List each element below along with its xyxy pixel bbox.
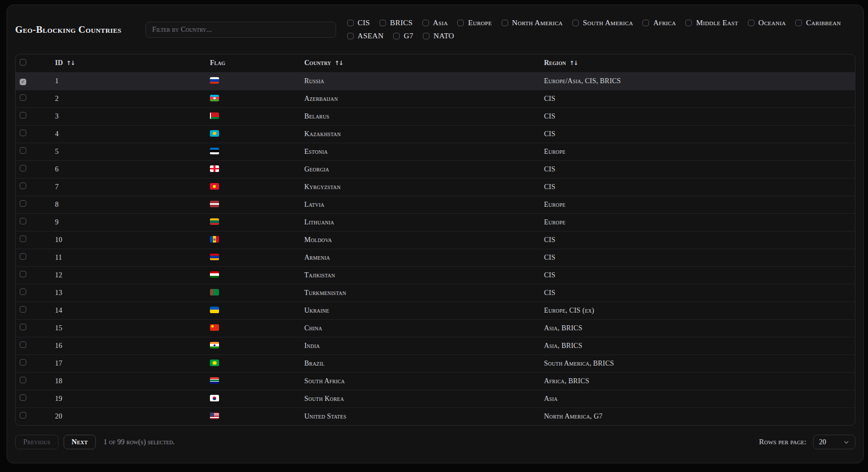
cell-country: Belarus [296, 107, 536, 125]
cell-id: 19 [47, 390, 202, 407]
select-all-checkbox[interactable] [20, 59, 26, 66]
table-header-row: ID ↑↓ Flag Country ↑↓ [16, 54, 855, 72]
row-checkbox[interactable] [20, 165, 26, 171]
checkbox-icon [685, 20, 692, 26]
table-row[interactable]: 13 Turkmenistan CIS [16, 284, 855, 302]
row-checkbox[interactable] [20, 183, 26, 189]
row-checkbox[interactable] [20, 235, 26, 242]
table-row[interactable]: 18 South Africa Africa, BRICS [16, 372, 855, 390]
filter-checkbox-g7[interactable]: G7 [393, 32, 413, 40]
filter-checkbox-asia[interactable]: Asia [422, 19, 448, 27]
cell-id: 16 [47, 337, 202, 355]
table-row[interactable]: 15 China Asia, BRICS [16, 319, 855, 337]
flag-icon-south-africa [210, 377, 219, 384]
table-row[interactable]: 11 Armenia CIS [16, 249, 855, 266]
table-row[interactable]: 2 Azerbaijan CIS [16, 90, 855, 107]
cell-id: 3 [47, 107, 202, 125]
cell-region: North America, G7 [536, 407, 855, 425]
checkbox-icon [347, 20, 354, 26]
filter-checkbox-africa[interactable]: Africa [642, 19, 676, 27]
cell-id: 8 [47, 196, 202, 213]
flag-icon-china [210, 324, 219, 331]
table-row[interactable]: 9 Lithuania Europe [16, 213, 855, 231]
cell-region: CIS [536, 231, 855, 249]
table-row[interactable]: 16 India Asia, BRICS [16, 337, 855, 355]
row-checkbox[interactable] [20, 306, 26, 313]
cell-region: Africa, BRICS [536, 372, 855, 390]
row-checkbox[interactable] [20, 147, 26, 154]
flag-icon-lithuania [210, 218, 219, 225]
table-row[interactable]: 6 Georgia CIS [16, 160, 855, 178]
row-checkbox[interactable] [20, 218, 26, 224]
cell-id: 9 [47, 213, 202, 231]
next-page-button[interactable]: Next [64, 435, 96, 449]
filter-checkbox-oceania[interactable]: Oceania [748, 19, 786, 27]
cell-country: Armenia [296, 249, 536, 266]
cell-country: Estonia [296, 143, 536, 160]
chevron-down-icon [843, 439, 849, 445]
rows-per-page-select[interactable]: 20 [813, 435, 855, 449]
cell-region: Europe [536, 143, 855, 160]
filter-checkbox-south-america[interactable]: South America [572, 19, 633, 27]
cell-region: CIS [536, 249, 855, 266]
row-checkbox[interactable] [20, 359, 26, 366]
row-checkbox[interactable] [20, 253, 26, 260]
row-checkbox[interactable] [20, 200, 26, 207]
table-row[interactable]: 4 Kazakhstan CIS [16, 125, 855, 143]
table-row[interactable]: ✓ 1 Russia Europe/Asia, CIS, BRICS [16, 72, 855, 90]
table-row[interactable]: 17 Brazil South America, BRICS [16, 355, 855, 372]
filter-row: ASEAN G7 NATO [347, 32, 841, 40]
table-row[interactable]: 12 Tajikistan CIS [16, 266, 855, 284]
table-row[interactable]: 20 United States North America, G7 [16, 407, 855, 425]
cell-country: Georgia [296, 160, 536, 178]
previous-page-button[interactable]: Previous [15, 435, 59, 449]
row-checkbox[interactable] [20, 130, 26, 136]
cell-region: Asia, BRICS [536, 337, 855, 355]
cell-country: United States [296, 407, 536, 425]
cell-country: Brazil [296, 355, 536, 372]
table-row[interactable]: 14 Ukraine Europe, CIS (ex) [16, 302, 855, 319]
filter-country-input[interactable] [145, 22, 336, 38]
filter-checkbox-middle-east[interactable]: Middle East [685, 19, 738, 27]
row-checkbox[interactable] [20, 94, 26, 101]
filter-checkbox-brics[interactable]: BRICS [379, 19, 413, 27]
table-row[interactable]: 5 Estonia Europe [16, 143, 855, 160]
column-header-id[interactable]: ID ↑↓ [55, 59, 75, 67]
row-checkbox[interactable] [20, 324, 26, 330]
page-title: Geo-Blocking Countries [15, 24, 122, 35]
flag-icon-turkmenistan [210, 289, 219, 296]
row-checkbox[interactable] [20, 288, 26, 295]
table-row[interactable]: 7 Kyrgyzstan CIS [16, 178, 855, 196]
table-row[interactable]: 10 Moldova CIS [16, 231, 855, 249]
flag-icon-russia [210, 77, 219, 84]
cell-country: South Korea [296, 390, 536, 407]
column-header-region[interactable]: Region ↑↓ [544, 59, 578, 67]
filter-row: CIS BRICS Asia Europe North America Sout… [347, 19, 841, 27]
row-checkbox[interactable] [20, 112, 26, 119]
flag-icon-armenia [210, 254, 219, 260]
filter-checkbox-north-america[interactable]: North America [502, 19, 563, 27]
cell-region: Asia, BRICS [536, 319, 855, 337]
row-checkbox[interactable] [20, 394, 26, 401]
row-checkbox[interactable] [20, 341, 26, 348]
table-row[interactable]: 3 Belarus CIS [16, 107, 855, 125]
table-row[interactable]: 8 Latvia Europe [16, 196, 855, 213]
table-footer: Previous Next 1 of 99 row(s) selected. R… [15, 435, 855, 449]
row-checkbox[interactable] [20, 271, 26, 277]
row-checkbox[interactable] [20, 412, 26, 419]
table-row[interactable]: 19 South Korea Asia [16, 390, 855, 407]
filter-checkbox-asean[interactable]: ASEAN [347, 32, 384, 40]
cell-region: CIS [536, 107, 855, 125]
row-checkbox[interactable] [20, 377, 26, 383]
cell-id: 1 [47, 72, 202, 90]
cell-country: Kyrgyzstan [296, 178, 536, 196]
checkbox-icon [502, 20, 508, 26]
filter-checkbox-cis[interactable]: CIS [347, 19, 370, 27]
column-header-country[interactable]: Country ↑↓ [304, 59, 343, 67]
filter-checkbox-caribbean[interactable]: Caribbean [795, 19, 841, 27]
cell-id: 2 [47, 90, 202, 107]
row-checkbox[interactable]: ✓ [20, 79, 26, 85]
cell-id: 12 [47, 266, 202, 284]
filter-checkbox-nato[interactable]: NATO [423, 32, 454, 40]
filter-checkbox-europe[interactable]: Europe [457, 19, 492, 27]
